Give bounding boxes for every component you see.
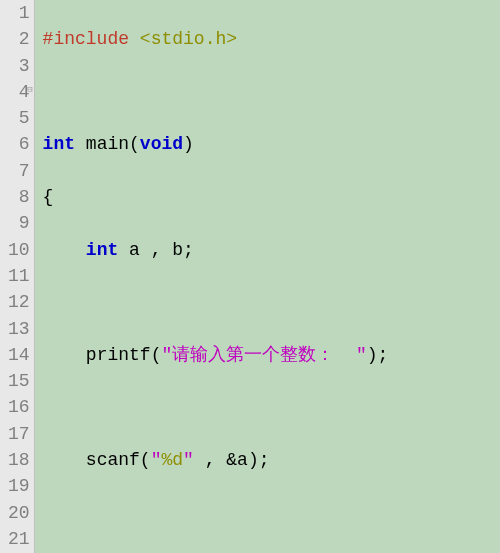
line-number: 14 xyxy=(0,342,34,368)
code-line: #include <stdio.h> xyxy=(43,26,500,52)
preprocessor: #include xyxy=(43,29,129,49)
string-literal: 请输入第一个整数： xyxy=(172,345,356,365)
function-call: printf xyxy=(86,345,151,365)
line-number: 3 xyxy=(0,53,34,79)
code-editor: 1 2 3 4⊟ 5 6 7 8 9 10 11 12 13 14 15 16 … xyxy=(0,0,500,553)
fold-icon[interactable]: ⊟ xyxy=(27,77,32,103)
string-quote: " xyxy=(151,450,162,470)
keyword: int xyxy=(43,134,75,154)
args: , &a); xyxy=(194,450,270,470)
brace: { xyxy=(43,187,54,207)
paren: ) xyxy=(183,134,194,154)
line-number: 10 xyxy=(0,237,34,263)
code-line: { xyxy=(43,184,500,210)
line-number: 15 xyxy=(0,368,34,394)
code-line: int a , b; xyxy=(43,237,500,263)
code-line xyxy=(43,79,500,105)
keyword: int xyxy=(86,240,118,260)
format-specifier: %d xyxy=(161,450,183,470)
line-number: 13 xyxy=(0,316,34,342)
line-number: 21 xyxy=(0,526,34,552)
line-number: 6 xyxy=(0,131,34,157)
line-number: 7 xyxy=(0,158,34,184)
line-number: 1 xyxy=(0,0,34,26)
code-line: printf("请输入第一个整数： "); xyxy=(43,342,500,368)
string-quote: " xyxy=(356,345,367,365)
string-quote: " xyxy=(183,450,194,470)
include-header: <stdio.h> xyxy=(140,29,237,49)
paren: ( xyxy=(140,450,151,470)
code-line xyxy=(43,394,500,420)
line-number: 5 xyxy=(0,105,34,131)
code-line: int main(void) xyxy=(43,131,500,157)
code-line: scanf("%d" , &a); xyxy=(43,447,500,473)
line-number: 19 xyxy=(0,473,34,499)
code-line xyxy=(43,500,500,526)
line-number: 11 xyxy=(0,263,34,289)
code-area[interactable]: #include <stdio.h> int main(void) { int … xyxy=(35,0,500,553)
identifiers: a , b; xyxy=(118,240,194,260)
paren: ( xyxy=(129,134,140,154)
function-name: main xyxy=(86,134,129,154)
line-number: 8 xyxy=(0,184,34,210)
line-number: 20 xyxy=(0,500,34,526)
line-number: 18 xyxy=(0,447,34,473)
paren: ( xyxy=(151,345,162,365)
line-number: 17 xyxy=(0,421,34,447)
string-quote: " xyxy=(161,345,172,365)
keyword: void xyxy=(140,134,183,154)
line-number: 2 xyxy=(0,26,34,52)
function-call: scanf xyxy=(86,450,140,470)
line-number: 16 xyxy=(0,394,34,420)
line-number: 4⊟ xyxy=(0,79,34,105)
line-number: 9 xyxy=(0,210,34,236)
line-number: 12 xyxy=(0,289,34,315)
line-number-gutter: 1 2 3 4⊟ 5 6 7 8 9 10 11 12 13 14 15 16 … xyxy=(0,0,35,553)
paren: ); xyxy=(367,345,389,365)
code-line xyxy=(43,289,500,315)
